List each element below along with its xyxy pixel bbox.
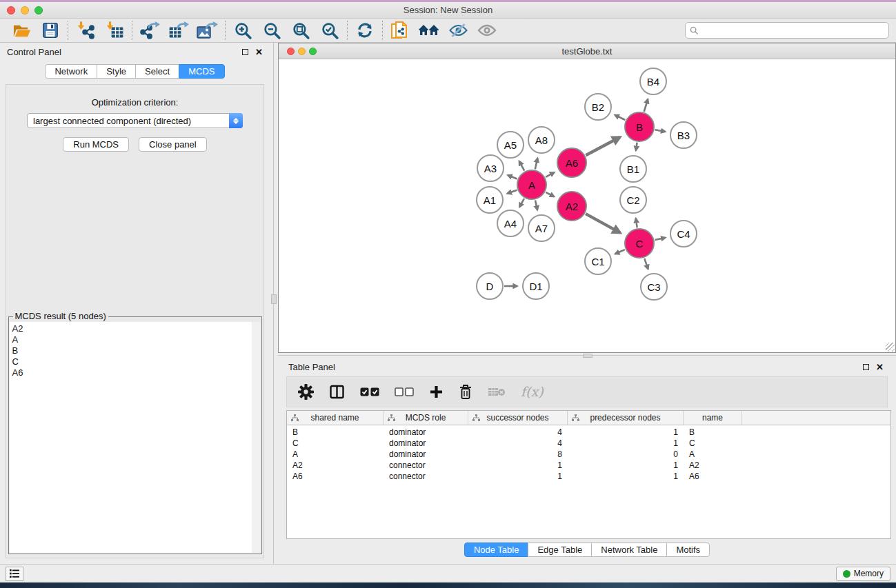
column-header-successor-nodes[interactable]: successor nodes [468, 411, 568, 425]
duplicate-network-button[interactable] [386, 20, 415, 41]
edge-C-C4[interactable] [655, 238, 666, 240]
edge-A-A7[interactable] [535, 201, 537, 210]
close-panel-icon[interactable]: ✕ [255, 48, 263, 57]
function-builder-button[interactable]: f(x) [521, 384, 544, 399]
table-options-button[interactable] [298, 384, 314, 400]
import-network-button[interactable] [71, 20, 100, 41]
graph-node-D[interactable]: D [476, 272, 504, 300]
add-column-button[interactable] [429, 385, 444, 399]
edge-A-A4[interactable] [519, 199, 524, 207]
column-header-mcds-role[interactable]: MCDS role [384, 411, 468, 425]
tab-node-table[interactable]: Node Table [464, 543, 529, 557]
criterion-select[interactable]: largest connected component (directed) [27, 113, 243, 128]
edge-A-A5[interactable] [519, 161, 525, 171]
run-mcds-button[interactable]: Run MCDS [63, 137, 129, 152]
network-window-titlebar[interactable]: testGlobe.txt [279, 43, 895, 59]
edge-B-B2[interactable] [615, 115, 625, 120]
edge-C-C1[interactable] [615, 250, 625, 254]
zoom-window-button[interactable] [34, 6, 43, 14]
network-close-button[interactable] [287, 48, 295, 55]
network-zoom-button[interactable] [309, 48, 317, 55]
export-image-button[interactable] [193, 20, 222, 41]
graph-node-A6[interactable]: A6 [557, 148, 587, 178]
minimize-window-button[interactable] [21, 6, 29, 14]
show-graphics-details-button[interactable] [472, 20, 501, 41]
graph-node-B[interactable]: B [624, 112, 655, 142]
tab-edge-table[interactable]: Edge Table [528, 543, 592, 557]
result-item-b[interactable]: B [10, 345, 261, 356]
float-table-panel-icon[interactable] [863, 364, 869, 370]
edge-B-B3[interactable] [655, 130, 666, 132]
delete-table-button[interactable] [488, 387, 506, 397]
table-row-a2[interactable]: A2connector11A2 [287, 460, 890, 471]
import-table-button[interactable] [100, 20, 129, 41]
save-session-button[interactable] [36, 20, 65, 41]
tab-mcds[interactable]: MCDS [179, 64, 224, 79]
result-item-c[interactable]: C [10, 356, 261, 367]
table-row-c[interactable]: Cdominator41C [287, 438, 890, 449]
graph-node-B1[interactable]: B1 [619, 155, 647, 183]
zoom-fit-button[interactable] [286, 20, 315, 41]
close-panel-button[interactable]: Close panel [139, 137, 207, 152]
zoom-selected-button[interactable] [315, 20, 344, 41]
graph-node-C4[interactable]: C4 [670, 220, 697, 247]
table-row-b[interactable]: Bdominator41B [287, 427, 890, 438]
column-header-name[interactable]: name [684, 411, 742, 425]
float-panel-icon[interactable] [242, 49, 248, 55]
network-canvas[interactable]: B4B2BB3A8A5A6A3B1AA1C2A2A4A7C4CC1DD1C3 [279, 59, 895, 352]
open-session-button[interactable] [7, 20, 36, 41]
tab-select[interactable]: Select [135, 64, 179, 79]
home-button[interactable] [415, 20, 444, 41]
task-history-button[interactable] [6, 567, 23, 581]
edge-A-A2[interactable] [546, 192, 554, 197]
edge-B-B4[interactable] [644, 99, 648, 112]
graph-node-A3[interactable]: A3 [477, 154, 504, 182]
graph-node-C1[interactable]: C1 [584, 247, 612, 275]
graph-node-A2[interactable]: A2 [557, 191, 587, 221]
graph-node-A1[interactable]: A1 [476, 186, 504, 214]
close-window-button[interactable] [7, 6, 15, 14]
graph-node-C3[interactable]: C3 [640, 273, 668, 301]
tab-network-table[interactable]: Network Table [591, 543, 667, 557]
graph-node-B4[interactable]: B4 [639, 68, 667, 95]
deselect-all-button[interactable] [395, 387, 414, 396]
tab-style[interactable]: Style [97, 64, 136, 79]
hide-graphics-details-button[interactable] [444, 20, 472, 41]
graph-node-A5[interactable]: A5 [497, 131, 524, 159]
result-scrollbar[interactable] [252, 322, 261, 553]
edge-C-C2[interactable] [636, 219, 637, 228]
graph-node-C2[interactable]: C2 [619, 186, 647, 214]
edge-A-A8[interactable] [535, 158, 538, 169]
edge-A6-B[interactable] [586, 137, 619, 155]
horizontal-splitter[interactable] [278, 353, 896, 358]
search-field[interactable] [685, 22, 889, 39]
edge-A-A6[interactable] [546, 172, 555, 177]
export-table-button[interactable] [164, 20, 193, 41]
graph-node-B2[interactable]: B2 [584, 93, 612, 121]
export-network-button[interactable] [135, 20, 164, 41]
splitter-handle[interactable] [583, 354, 593, 358]
tab-network[interactable]: Network [45, 64, 97, 79]
edge-A-A1[interactable] [507, 190, 517, 194]
edge-C-C3[interactable] [644, 258, 648, 270]
splitter-handle[interactable] [271, 294, 277, 304]
show-columns-button[interactable] [329, 385, 345, 399]
result-item-a[interactable]: A [10, 334, 261, 345]
select-all-button[interactable] [360, 387, 379, 396]
table-row-a6[interactable]: A6connector11A6 [287, 471, 890, 482]
tab-motifs[interactable]: Motifs [666, 543, 710, 557]
edge-A-A3[interactable] [508, 175, 517, 179]
graph-node-A4[interactable]: A4 [497, 210, 524, 237]
graph-node-B3[interactable]: B3 [670, 121, 697, 149]
graph-node-C[interactable]: C [624, 228, 655, 258]
graph-node-A[interactable]: A [517, 170, 547, 200]
graph-node-A7[interactable]: A7 [528, 214, 555, 242]
refresh-button[interactable] [350, 20, 379, 41]
search-input[interactable] [701, 26, 884, 35]
vertical-splitter[interactable] [270, 43, 278, 564]
column-header-predecessor-nodes[interactable]: predecessor nodes [568, 411, 684, 425]
delete-column-button[interactable] [459, 384, 472, 400]
session-titlebar[interactable]: Session: New Session [0, 2, 896, 19]
table-row-a[interactable]: Adominator80A [287, 449, 890, 460]
memory-button[interactable]: Memory [836, 567, 890, 581]
